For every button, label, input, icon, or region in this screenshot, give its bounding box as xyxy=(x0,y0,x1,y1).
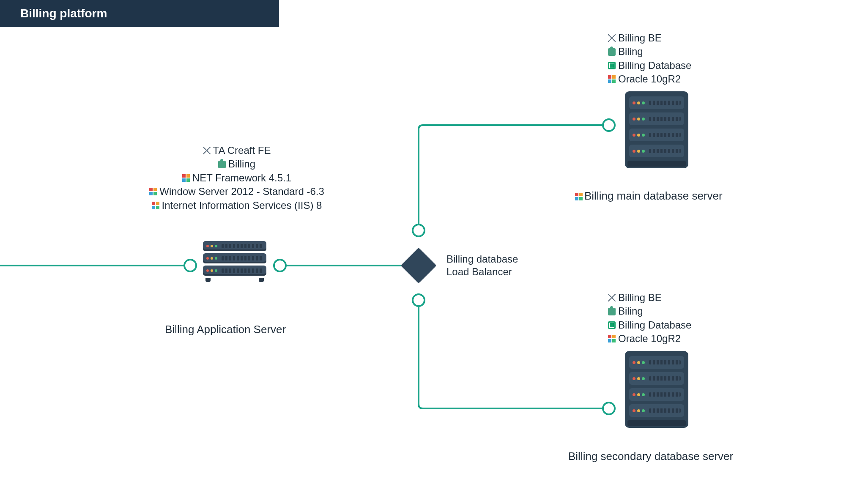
app-server-icon xyxy=(203,241,266,282)
db-icon xyxy=(608,62,616,69)
db-icon xyxy=(608,321,616,329)
app-server-specs: TA Creaft FE Billing NET Framework 4.5.1… xyxy=(110,144,364,212)
svg-point-2 xyxy=(184,260,196,271)
load-balancer-icon xyxy=(401,248,437,284)
tools-icon xyxy=(608,294,616,301)
grid-icon xyxy=(608,75,616,83)
load-balancer-label: Billing database Load Balancer xyxy=(446,253,548,278)
db-main-server-icon xyxy=(625,91,688,168)
db-main-specs: Billing BE Biling Billing Database Oracl… xyxy=(608,31,760,86)
db-secondary-specs: Billing BE Biling Billing Database Oracl… xyxy=(608,291,760,346)
svg-point-6 xyxy=(603,119,615,131)
tools-icon xyxy=(203,147,211,154)
diagram-title: Billing platform xyxy=(20,7,107,20)
db-secondary-caption: Billing secondary database server xyxy=(568,450,733,463)
svg-point-3 xyxy=(274,260,286,271)
tools-icon xyxy=(608,34,616,42)
app-server-caption: Billing Application Server xyxy=(165,323,286,336)
db-secondary-server-icon xyxy=(625,351,688,428)
svg-point-5 xyxy=(413,294,424,306)
db-main-caption: Billing main database server xyxy=(575,189,723,203)
svg-point-7 xyxy=(603,403,615,414)
grid-icon xyxy=(149,188,157,195)
diagram-title-banner: Billing platform xyxy=(0,0,279,27)
grid-icon xyxy=(575,193,583,200)
puzzle-icon xyxy=(608,308,616,315)
puzzle-icon xyxy=(218,161,226,168)
grid-icon xyxy=(608,335,616,342)
svg-point-4 xyxy=(413,225,424,236)
grid-icon xyxy=(152,202,159,209)
grid-icon xyxy=(182,174,190,182)
puzzle-icon xyxy=(608,48,616,56)
